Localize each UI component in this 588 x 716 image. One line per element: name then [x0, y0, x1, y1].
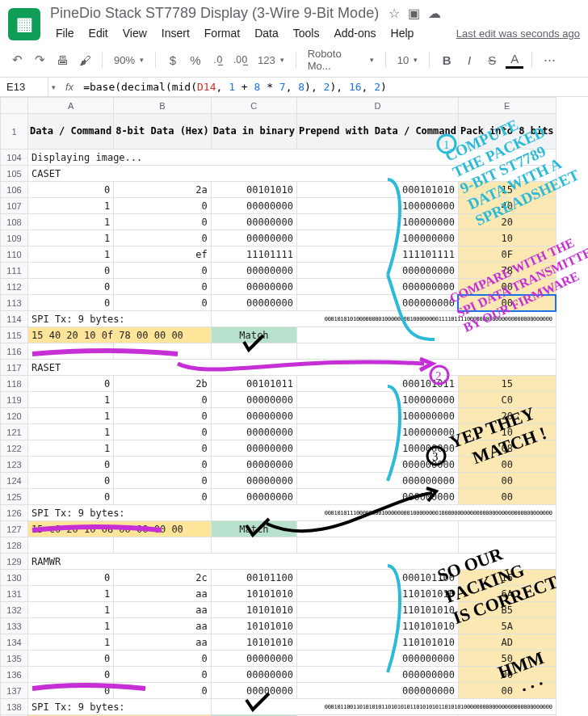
menu-edit[interactable]: Edit: [83, 23, 114, 43]
spi-label[interactable]: SPI Tx: 9 bytes:: [28, 699, 212, 715]
cell[interactable]: [458, 343, 556, 360]
row-header[interactable]: 129: [1, 554, 28, 570]
pack-cell[interactable]: 00: [458, 279, 556, 295]
hex-cell[interactable]: 0: [114, 683, 212, 699]
binary-cell[interactable]: 00101100: [211, 570, 296, 586]
hex-cell[interactable]: 0: [114, 295, 212, 311]
cell[interactable]: [458, 521, 556, 537]
hex-cell[interactable]: 0: [114, 651, 212, 667]
pack-cell[interactable]: B5: [458, 602, 556, 618]
header-D[interactable]: Prepend with Data / Command: [296, 114, 458, 150]
data-command-cell[interactable]: 0: [28, 667, 114, 683]
spi-label[interactable]: SPI Tx: 9 bytes:: [28, 311, 212, 327]
prepend-cell[interactable]: 000000000: [296, 667, 458, 683]
pack-cell[interactable]: 16: [458, 570, 556, 586]
binary-cell[interactable]: 00000000: [211, 667, 296, 683]
pack-cell[interactable]: 00: [458, 667, 556, 683]
text-cell[interactable]: RASET: [28, 360, 556, 376]
row-header[interactable]: 134: [1, 634, 28, 651]
last-edit[interactable]: Last edit was seconds ago: [456, 27, 580, 40]
paint-button[interactable]: 🖌: [76, 51, 94, 69]
cell[interactable]: [211, 343, 296, 360]
row-header[interactable]: 113: [1, 295, 28, 311]
col-header-D[interactable]: D: [296, 98, 458, 114]
data-command-cell[interactable]: 0: [28, 182, 114, 198]
row-header[interactable]: 110: [1, 246, 28, 263]
pack-cell[interactable]: AD: [458, 634, 556, 651]
row-header[interactable]: 107: [1, 198, 28, 214]
pack-cell[interactable]: 08: [458, 440, 556, 457]
row-header[interactable]: 118: [1, 376, 28, 392]
menu-tools[interactable]: Tools: [288, 23, 326, 43]
pack-cell[interactable]: 50: [458, 651, 556, 667]
data-command-cell[interactable]: 1: [28, 214, 114, 230]
hex-cell[interactable]: 0: [114, 440, 212, 457]
col-header-B[interactable]: B: [114, 98, 212, 114]
row-header[interactable]: 127: [1, 521, 28, 537]
data-command-cell[interactable]: 1: [28, 198, 114, 214]
col-header-A[interactable]: A: [28, 98, 114, 114]
prepend-cell[interactable]: 110101010: [296, 586, 458, 602]
row-header[interactable]: 116: [1, 343, 28, 360]
header-C[interactable]: Data in binary: [211, 114, 296, 150]
text-cell[interactable]: CASET: [28, 166, 556, 182]
prepend-cell[interactable]: 110101010: [296, 602, 458, 618]
cell[interactable]: [28, 343, 114, 360]
data-command-cell[interactable]: 1: [28, 392, 114, 408]
binary-cell[interactable]: 11101111: [211, 246, 296, 263]
row-header[interactable]: 111: [1, 263, 28, 279]
hex-cell[interactable]: 0: [114, 279, 212, 295]
header-B[interactable]: 8-bit Data (Hex): [114, 114, 212, 150]
prepend-cell[interactable]: 100000000: [296, 214, 458, 230]
menu-add-ons[interactable]: Add-ons: [328, 23, 381, 43]
hex-cell[interactable]: 0: [114, 424, 212, 440]
binary-cell[interactable]: 00000000: [211, 295, 296, 311]
prepend-cell[interactable]: 100000000: [296, 230, 458, 246]
menu-insert[interactable]: Insert: [156, 23, 195, 43]
pack-cell[interactable]: 00: [458, 295, 556, 311]
spreadsheet-grid[interactable]: A B C D E 1Data / Command8-bit Data (Hex…: [0, 97, 588, 716]
pack-cell[interactable]: 00: [458, 683, 556, 699]
row-header[interactable]: 119: [1, 392, 28, 408]
row-header[interactable]: 135: [1, 651, 28, 667]
data-command-cell[interactable]: 0: [28, 651, 114, 667]
row-header[interactable]: 133: [1, 618, 28, 634]
binary-cell[interactable]: 10101010: [211, 634, 296, 651]
row-header[interactable]: 122: [1, 440, 28, 457]
binary-cell[interactable]: 10101010: [211, 602, 296, 618]
hex-cell[interactable]: 0: [114, 667, 212, 683]
row-header[interactable]: 115: [1, 327, 28, 343]
binary-cell[interactable]: 00101011: [211, 376, 296, 392]
data-command-cell[interactable]: 1: [28, 618, 114, 634]
spi-binary[interactable]: 0001010101000000001000000001000000001111…: [211, 311, 556, 327]
row-header[interactable]: 131: [1, 586, 28, 602]
hex-cell[interactable]: 0: [114, 214, 212, 230]
select-all-corner[interactable]: [1, 98, 28, 114]
hex-cell[interactable]: 0: [114, 473, 212, 489]
row-header[interactable]: 109: [1, 230, 28, 246]
undo-button[interactable]: ↶: [8, 51, 26, 69]
prepend-cell[interactable]: 100000000: [296, 198, 458, 214]
prepend-cell[interactable]: 111101111: [296, 246, 458, 263]
text-cell[interactable]: RAMWR: [28, 554, 556, 570]
row-header[interactable]: 123: [1, 457, 28, 473]
decrease-decimal-button[interactable]: .0̲: [209, 51, 227, 69]
binary-cell[interactable]: 00000000: [211, 473, 296, 489]
redo-button[interactable]: ↷: [31, 51, 48, 69]
move-icon[interactable]: ▣: [408, 6, 420, 21]
prepend-cell[interactable]: 000000000: [296, 263, 458, 279]
doc-title[interactable]: PineDio Stack ST7789 Display (3-Wire 9-B…: [50, 5, 379, 22]
pack-cell[interactable]: 15: [458, 376, 556, 392]
spi-binary[interactable]: 0001010111000000001000000001000000001000…: [211, 505, 556, 521]
binary-cell[interactable]: 00000000: [211, 489, 296, 505]
cloud-icon[interactable]: ☁: [428, 6, 441, 21]
match-cell[interactable]: Match: [211, 327, 296, 343]
text-cell[interactable]: Displaying image...: [28, 150, 556, 166]
row-header[interactable]: 137: [1, 683, 28, 699]
print-button[interactable]: 🖶: [53, 51, 71, 69]
data-command-cell[interactable]: 0: [28, 279, 114, 295]
prepend-cell[interactable]: 000000000: [296, 683, 458, 699]
data-command-cell[interactable]: 1: [28, 602, 114, 618]
binary-cell[interactable]: 00101010: [211, 182, 296, 198]
data-command-cell[interactable]: 0: [28, 570, 114, 586]
